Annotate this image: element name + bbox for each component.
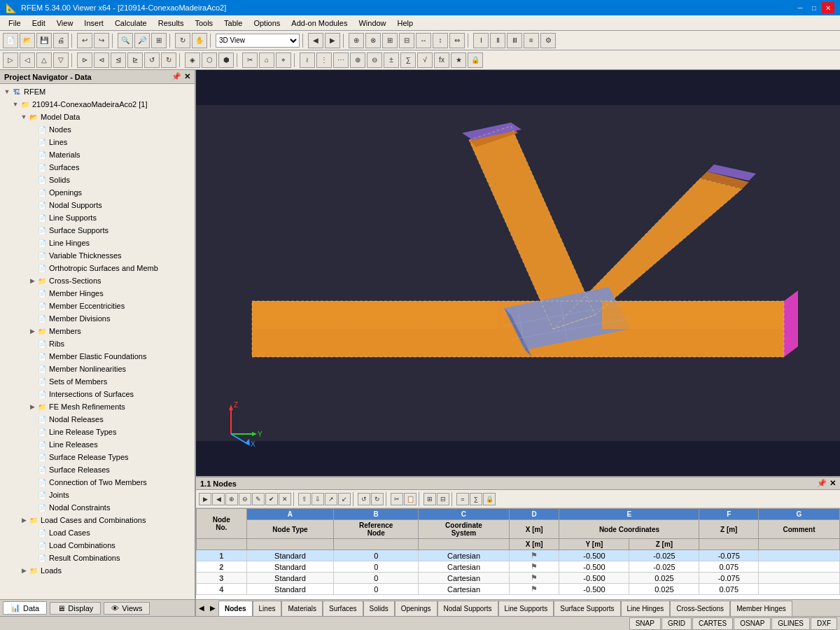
t2-btn14[interactable]: ✂ xyxy=(242,52,258,68)
menu-item-tools[interactable]: Tools xyxy=(189,18,218,29)
dt-btn5[interactable]: ✎ xyxy=(252,493,265,505)
tab-lines[interactable]: Lines xyxy=(253,601,282,616)
t2-btn8[interactable]: ⊵ xyxy=(127,52,143,68)
tree-item-orthotropic[interactable]: 📄 Orthotropic Surfaces and Memb xyxy=(0,262,195,274)
t2-btn13[interactable]: ⬢ xyxy=(218,52,234,68)
tab-surfaces[interactable]: Surfaces xyxy=(323,601,363,616)
toggle-cross-sections[interactable]: ▶ xyxy=(28,277,36,284)
close-button[interactable]: ✕ xyxy=(822,2,834,13)
dt-btn11[interactable]: ↙ xyxy=(338,493,351,505)
dt-btn9[interactable]: ⇩ xyxy=(312,493,324,505)
menu-item-file[interactable]: File xyxy=(3,18,27,29)
status-grid[interactable]: GRID xyxy=(662,617,692,630)
t2-btn24[interactable]: √ xyxy=(417,52,433,68)
data-pin-icon[interactable]: 📌 xyxy=(817,479,827,488)
status-cartes[interactable]: CARTES xyxy=(692,617,733,630)
tree-item-surfaces[interactable]: 📄 Surfaces xyxy=(0,161,195,174)
dt-btn1[interactable]: ▶ xyxy=(199,493,211,505)
tree-item-nodes[interactable]: 📄 Nodes xyxy=(0,123,195,136)
tree-item-surface-releases[interactable]: 📄 Surface Releases xyxy=(0,463,195,476)
bottom-tab-data[interactable]: 📊 Data xyxy=(3,601,47,615)
print-btn[interactable]: 🖨 xyxy=(53,33,69,48)
maximize-button[interactable]: □ xyxy=(808,2,820,13)
tree-item-ribs[interactable]: 📄 Ribs xyxy=(0,337,195,350)
menu-item-help[interactable]: Help xyxy=(392,18,419,29)
tree-item-nodal-releases[interactable]: 📄 Nodal Releases xyxy=(0,413,195,426)
tree-item-surface-supports[interactable]: 📄 Surface Supports xyxy=(0,224,195,237)
tab-line-hinges[interactable]: Line Hinges xyxy=(621,601,671,616)
tree-model-data[interactable]: ▼ 📂 Model Data xyxy=(0,111,195,123)
nav-close-icon[interactable]: ✕ xyxy=(184,72,190,81)
menu-item-results[interactable]: Results xyxy=(153,18,190,29)
tab-next[interactable]: ▶ xyxy=(207,601,218,615)
btn7[interactable]: ⇔ xyxy=(449,33,465,48)
tree-item-joints[interactable]: 📄 Joints xyxy=(0,489,195,501)
dt-btn7[interactable]: ✕ xyxy=(279,493,291,505)
data-close-icon[interactable]: ✕ xyxy=(830,479,836,488)
btn4[interactable]: ⊟ xyxy=(399,33,414,48)
tree-project[interactable]: ▼ 📁 210914-ConexaoMadeiraAco2 [1] xyxy=(0,98,195,111)
table-row-1[interactable]: 1 Standard 0 Cartesian ⚑ -0.500 -0.025 -… xyxy=(197,550,840,561)
tree-item-lines[interactable]: 📄 Lines xyxy=(0,136,195,148)
t2-btn18[interactable]: ⋮ xyxy=(316,52,332,68)
fit-btn[interactable]: ⊞ xyxy=(151,33,167,48)
tab-line-supports[interactable]: Line Supports xyxy=(498,601,554,616)
t2-btn20[interactable]: ⊕ xyxy=(350,52,365,68)
dt-btn6[interactable]: ✔ xyxy=(265,493,278,505)
t2-btn17[interactable]: ≀ xyxy=(300,52,315,68)
btn2[interactable]: ⊗ xyxy=(365,33,381,48)
menu-item-window[interactable]: Window xyxy=(353,18,391,29)
status-snap[interactable]: SNAP xyxy=(629,617,661,630)
save-btn[interactable]: 💾 xyxy=(36,33,52,48)
menu-item-add-on-modules[interactable]: Add-on Modules xyxy=(286,18,353,29)
dt-btn4[interactable]: ⊖ xyxy=(239,493,251,505)
t2-btn15[interactable]: ⌂ xyxy=(259,52,274,68)
tree-item-line-supports[interactable]: 📄 Line Supports xyxy=(0,211,195,224)
dt-btn16[interactable]: ⊞ xyxy=(424,493,436,505)
menu-item-view[interactable]: View xyxy=(51,18,79,29)
tab-nodes[interactable]: Nodes xyxy=(218,601,253,616)
toggle-members[interactable]: ▶ xyxy=(28,328,36,335)
t2-btn4[interactable]: ▽ xyxy=(53,52,69,68)
rotate-btn[interactable]: ↻ xyxy=(175,33,190,48)
tree-item-member-divisions[interactable]: 📄 Member Divisions xyxy=(0,312,195,325)
nav-pin-icon[interactable]: 📌 xyxy=(172,72,181,81)
t2-btn25[interactable]: fx xyxy=(434,52,449,68)
tree-item-materials[interactable]: 📄 Materials xyxy=(0,148,195,161)
t2-btn19[interactable]: ⋯ xyxy=(333,52,349,68)
t2-btn5[interactable]: ⊳ xyxy=(77,52,92,68)
tree-item-line-hinges[interactable]: 📄 Line Hinges xyxy=(0,237,195,249)
menu-item-insert[interactable]: Insert xyxy=(78,18,109,29)
tree-item-result-combinations[interactable]: 📄 Result Combinations xyxy=(0,552,195,564)
btn6[interactable]: ↕ xyxy=(433,33,448,48)
dt-btn17[interactable]: ⊟ xyxy=(437,493,449,505)
tree-item-cross-sections[interactable]: ▶ 📁 Cross-Sections xyxy=(0,274,195,287)
dt-btn3[interactable]: ⊕ xyxy=(225,493,238,505)
tree-item-solids[interactable]: 📄 Solids xyxy=(0,174,195,186)
btn10[interactable]: Ⅲ xyxy=(507,33,522,48)
menu-item-calculate[interactable]: Calculate xyxy=(109,18,153,29)
toggle-fe-mesh[interactable]: ▶ xyxy=(28,403,36,410)
dt-btn2[interactable]: ◀ xyxy=(212,493,225,505)
tree-item-line-release-types[interactable]: 📄 Line Release Types xyxy=(0,426,195,438)
status-dxf[interactable]: DXF xyxy=(811,617,837,630)
status-osnap[interactable]: OSNAP xyxy=(734,617,771,630)
minimize-button[interactable]: ─ xyxy=(794,2,806,13)
tab-nodal-supports[interactable]: Nodal Supports xyxy=(438,601,498,616)
t2-btn12[interactable]: ⬡ xyxy=(202,52,217,68)
table-row-2[interactable]: 2 Standard 0 Cartesian ⚑ -0.500 -0.025 0… xyxy=(197,561,840,573)
tree-item-member-hinges[interactable]: 📄 Member Hinges xyxy=(0,287,195,300)
tab-surface-supports[interactable]: Surface Supports xyxy=(554,601,620,616)
btn5[interactable]: ↔ xyxy=(416,33,431,48)
t2-btn3[interactable]: △ xyxy=(36,52,52,68)
zoom-in-btn[interactable]: 🔍 xyxy=(118,33,133,48)
dt-btn8[interactable]: ⇧ xyxy=(298,493,311,505)
btn3[interactable]: ⊞ xyxy=(382,33,398,48)
toggle-loads[interactable]: ▶ xyxy=(20,567,28,574)
btn8[interactable]: Ⅰ xyxy=(473,33,489,48)
dt-btn12[interactable]: ↺ xyxy=(358,493,370,505)
t2-btn10[interactable]: ↻ xyxy=(161,52,176,68)
viewport[interactable]: Z Y X xyxy=(196,70,840,476)
dt-btn10[interactable]: ↗ xyxy=(325,493,337,505)
table-row-3[interactable]: 3 Standard 0 Cartesian ⚑ -0.500 0.025 -0… xyxy=(197,573,840,584)
